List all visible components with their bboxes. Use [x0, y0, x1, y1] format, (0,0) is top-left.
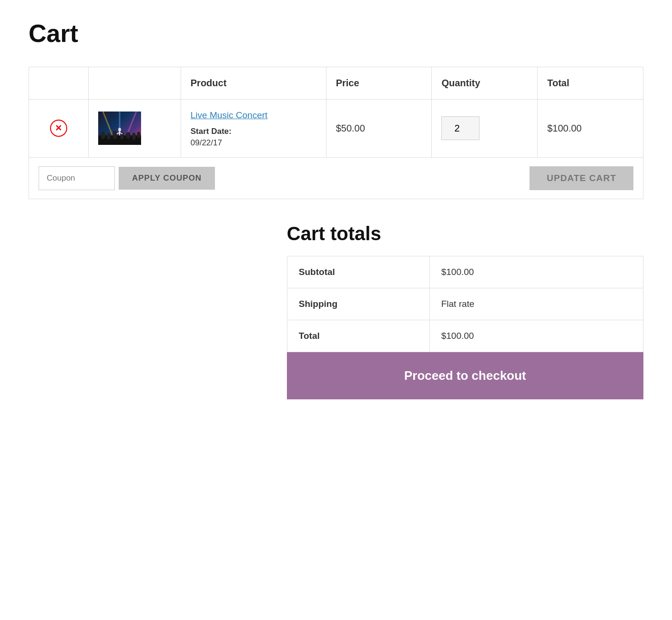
cart-totals-section: Cart totals Subtotal $100.00 Shipping Fl…: [29, 223, 643, 399]
total-row-value totals-value: $100.00: [429, 320, 643, 352]
update-cart-button[interactable]: UPDATE CART: [529, 166, 633, 190]
apply-coupon-button[interactable]: APPLY COUPON: [119, 167, 215, 190]
product-start-date: 09/22/17: [191, 138, 316, 148]
col-image: [88, 67, 181, 100]
totals-table: Subtotal $100.00 Shipping Flat rate Tota…: [287, 256, 643, 352]
svg-point-8: [112, 131, 117, 139]
proceed-checkout-button[interactable]: Proceed to checkout: [287, 352, 643, 399]
col-price: Price: [326, 67, 432, 100]
subtotal-row: Subtotal $100.00: [287, 256, 643, 288]
product-link[interactable]: Live Music Concert: [191, 109, 316, 122]
totals-value: Flat rate: [429, 288, 643, 320]
shipping-row: Shipping Flat rate: [287, 288, 643, 320]
remove-button[interactable]: ✕: [50, 120, 67, 137]
totals-label: Subtotal: [287, 256, 429, 288]
col-remove: ✕: [29, 100, 89, 158]
cart-totals-container: Cart totals Subtotal $100.00 Shipping Fl…: [287, 223, 643, 399]
totals-value: $100.00: [429, 256, 643, 288]
svg-point-13: [118, 128, 121, 132]
quantity-input[interactable]: [441, 116, 479, 140]
col-product: Product: [181, 67, 326, 100]
table-row: ✕: [29, 100, 643, 158]
total-row: Total $100.00: [287, 320, 643, 352]
totals-label: Shipping: [287, 288, 429, 320]
product-image: [98, 112, 141, 145]
svg-point-12: [137, 132, 141, 138]
remove-icon[interactable]: ✕: [39, 120, 79, 137]
svg-point-11: [132, 132, 136, 140]
col-remove: [29, 67, 89, 100]
col-total: Total: [538, 67, 643, 100]
col-image: [88, 100, 181, 158]
coupon-input[interactable]: [39, 166, 115, 190]
col-quantity: Quantity: [432, 67, 538, 100]
col-quantity: [432, 100, 538, 158]
page-title: Cart: [29, 19, 643, 48]
col-product: Live Music Concert Start Date: 09/22/17: [181, 100, 326, 158]
price-cell: $50.00: [326, 100, 432, 158]
svg-point-6: [101, 132, 105, 139]
svg-point-7: [107, 133, 111, 140]
cart-totals-title: Cart totals: [287, 223, 643, 244]
totals-label: Total: [287, 320, 429, 352]
cart-actions: APPLY COUPON UPDATE CART: [29, 158, 643, 199]
product-start-date-label: Start Date:: [191, 127, 232, 136]
total-cell: $100.00: [538, 100, 643, 158]
svg-point-10: [126, 132, 131, 139]
cart-table: Product Price Quantity Total ✕: [29, 67, 643, 158]
